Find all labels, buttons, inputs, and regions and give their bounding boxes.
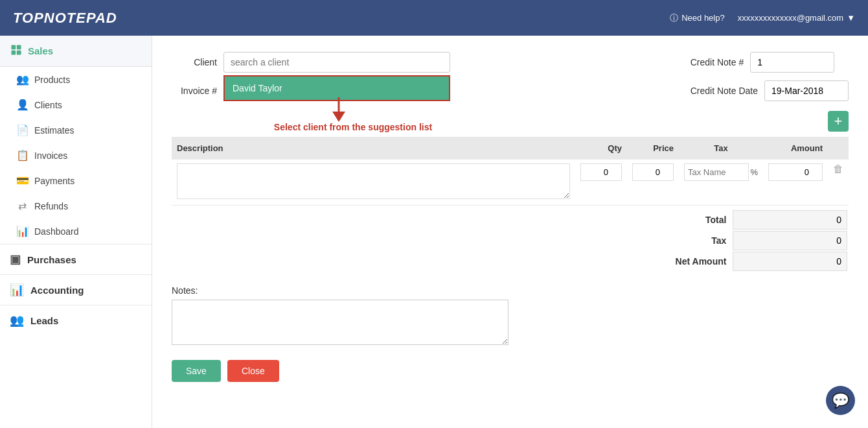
total-label: Total [623,210,731,230]
sidebar-item-label: Payments [34,176,74,186]
description-input[interactable] [177,163,570,199]
save-button[interactable]: Save [172,360,221,382]
totals-table: Total 0 Tax 0 Net Amount 0 [622,209,849,272]
user-email[interactable]: xxxxxxxxxxxxxx@gmail.com ▼ [738,13,855,23]
sidebar-item-label: Invoices [34,150,67,161]
sidebar-section-label: Accounting [30,285,84,296]
sidebar-item-payments[interactable]: 💳 Payments [0,168,152,193]
logo: TopNotepad [13,10,117,27]
dashboard-icon: 📊 [16,225,28,237]
col-price: Price [627,137,679,160]
sidebar-section-label: Leads [30,315,58,326]
sidebar-item-clients[interactable]: 👤 Clients [0,92,152,117]
sidebar: Sales 👥 Products 👤 Clients 📄 Estimates 📋… [0,36,152,428]
tax-label: Tax [623,231,731,250]
sidebar-item-estimates[interactable]: 📄 Estimates [0,117,152,143]
main-content: Client David Taylor [152,36,868,428]
sidebar-item-label: Clients [34,100,62,110]
price-input[interactable] [632,163,674,181]
help-link[interactable]: ⓘ Need help? [670,12,725,24]
sidebar-section-label: Purchases [27,254,76,265]
total-row: Total 0 [623,210,847,230]
left-form: Client David Taylor [172,52,450,101]
notes-input[interactable] [172,300,508,345]
accounting-icon: 📊 [10,283,24,297]
chevron-down-icon: ▼ [847,13,855,23]
credit-note-label: Credit Note # [691,57,744,67]
tax-pct-label: % [750,167,758,177]
credit-note-date-label: Credit Note Date [691,86,758,96]
sidebar-item-products[interactable]: 👥 Products [0,67,152,92]
credit-note-date-input[interactable] [764,80,849,101]
layout: Sales 👥 Products 👤 Clients 📄 Estimates 📋… [0,36,868,428]
tax-value: 0 [733,231,847,250]
svg-rect-2 [12,51,16,55]
svg-rect-0 [12,45,16,50]
sidebar-sales-label: Sales [28,45,53,56]
notes-label: Notes: [172,285,849,296]
qty-input[interactable] [580,163,622,181]
table-header-row: Description Qty Price Tax Amount [172,137,849,160]
suggestion-text: David Taylor [233,83,282,93]
amount-input[interactable] [768,163,823,181]
svg-rect-1 [17,45,21,50]
chat-bubble[interactable]: 💬 [826,386,855,415]
table-row: % 🗑 [172,160,849,206]
qty-cell [575,160,627,206]
price-cell [627,160,679,206]
delete-cell: 🗑 [828,160,849,206]
delete-row-button[interactable]: 🗑 [833,163,843,175]
chat-icon: 💬 [832,392,849,409]
close-button[interactable]: Close [227,360,279,382]
col-qty: Qty [575,137,627,160]
leads-icon: 👥 [10,313,24,327]
right-form: Credit Note # Credit Note Date [691,52,849,101]
net-amount-label: Net Amount [623,252,731,271]
credit-note-form-group: Credit Note # [691,52,849,73]
payments-icon: 💳 [16,174,28,187]
svg-rect-3 [17,51,21,55]
sidebar-item-label: Dashboard [34,226,79,237]
table-section: Description Qty Price Tax Amount [172,137,849,206]
svg-marker-5 [332,112,345,122]
sidebar-item-refunds[interactable]: ⇄ Refunds [0,193,152,219]
tax-name-input[interactable] [684,163,749,181]
refunds-icon: ⇄ [16,200,28,212]
items-table: Description Qty Price Tax Amount [172,137,849,206]
tax-row: Tax 0 [623,231,847,250]
client-input[interactable] [223,52,450,73]
credit-note-input[interactable] [750,52,834,73]
notes-section: Notes: [172,285,849,347]
col-delete [828,137,849,160]
total-value: 0 [733,210,847,230]
col-amount: Amount [763,137,828,160]
sidebar-item-dashboard[interactable]: 📊 Dashboard [0,219,152,244]
description-cell [172,160,575,206]
col-tax: Tax [679,137,763,160]
help-icon: ⓘ [670,12,678,24]
credit-note-date-form-group: Credit Note Date [691,80,849,101]
totals-section: Total 0 Tax 0 Net Amount 0 [172,209,849,272]
sidebar-item-label: Products [34,75,70,85]
sales-icon [10,43,23,58]
client-form-group: Client David Taylor [172,52,450,73]
invoices-icon: 📋 [16,149,28,161]
amount-cell [763,160,828,206]
arrow-down-indicator [329,97,348,125]
tax-cell: % [679,160,763,206]
sidebar-sales[interactable]: Sales [0,36,152,67]
add-row-button[interactable]: + [828,111,849,132]
sidebar-section-accounting[interactable]: 📊 Accounting [0,274,152,305]
form-buttons: Save Close [172,360,849,382]
col-description: Description [172,137,575,160]
select-hint: Select client from the suggestion list [223,122,483,132]
top-form: Client David Taylor [172,52,849,101]
sidebar-section-leads[interactable]: 👥 Leads [0,305,152,335]
client-label: Client [172,57,217,67]
sidebar-section-purchases[interactable]: ▣ Purchases [0,244,152,274]
sidebar-item-invoices[interactable]: 📋 Invoices [0,143,152,168]
header-right: ⓘ Need help? xxxxxxxxxxxxxx@gmail.com ▼ [670,12,855,24]
clients-icon: 👤 [16,99,28,111]
sidebar-item-label: Estimates [34,125,74,136]
header: TopNotepad ⓘ Need help? xxxxxxxxxxxxxx@g… [0,0,868,36]
